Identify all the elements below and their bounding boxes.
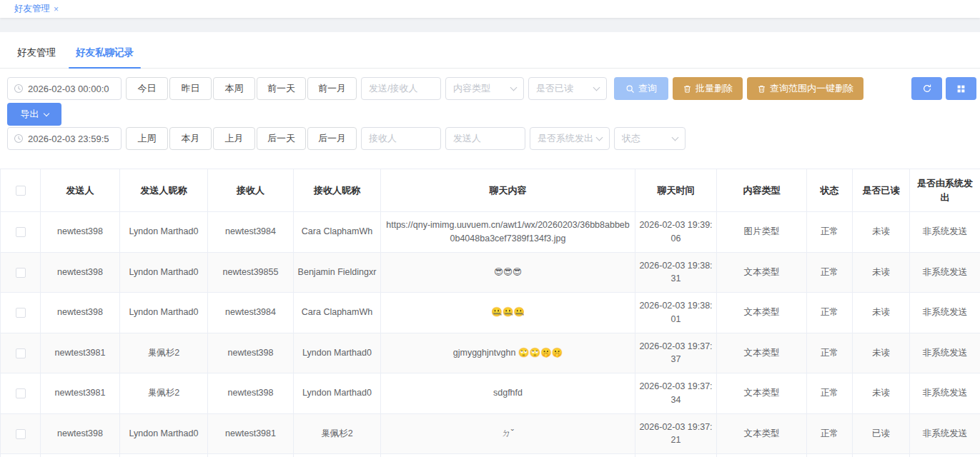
previous-day-button[interactable]: 前一天 [257,77,306,100]
cell-chat-content: https://qny-imimg.uuvuem.cn/awt1/wx/2026… [381,212,635,253]
status-placeholder: 状态 [622,132,640,145]
content-type-select[interactable]: 内容类型 [445,77,524,100]
cell-status: 正常 [807,212,853,253]
cell-status: 正常 [807,373,853,414]
status-select[interactable]: 状态 [614,127,685,150]
table-row[interactable]: newtest398 Lyndon Marthad0 newtest3981 巢… [1,413,980,454]
refresh-button[interactable] [911,77,942,100]
is-read-select[interactable]: 是否已读 [528,77,607,100]
yesterday-button[interactable]: 昨日 [169,77,212,100]
cell-chat-time: 2026-02-03 19:37:37 [635,333,717,373]
cell-receiver: newtest3981 [208,454,294,457]
tab-friend-management[interactable]: 好友管理 [7,42,66,68]
cell-receiver: newtest3984 [208,212,294,253]
chevron-down-icon [593,84,600,91]
receiver-input[interactable]: 接收人 [361,127,441,150]
cell-is-read: 未读 [853,373,910,414]
cell-sender-nickname: 巢佩杉2 [120,333,208,373]
this-week-button[interactable]: 本周 [213,77,255,100]
this-month-button[interactable]: 本月 [169,127,212,150]
cell-chat-time: 2026-02-03 19:38:31 [635,252,717,293]
cell-content-type: 文本类型 [717,252,807,293]
row-checkbox[interactable] [16,268,26,278]
table-row[interactable]: newtest398 Lyndon Marthad0 newtest39855 … [1,252,980,293]
cell-is-read: 未读 [853,333,910,373]
page-background-strip [0,18,980,32]
cell-sender-nickname: 巢佩杉2 [120,373,208,414]
table-row[interactable]: newtest398 Lyndon Marthad0 newtest3984 C… [1,212,980,253]
last-month-button[interactable]: 上月 [213,127,255,150]
grid-icon [956,84,966,94]
cell-receiver-nickname: 巢佩杉2 [294,413,381,454]
clock-icon [14,84,24,94]
cell-status: 正常 [807,293,853,333]
cell-content-type: 文本类型 [717,373,807,414]
cell-status: 正常 [807,454,853,457]
range-delete-button[interactable]: 查询范围内一键删除 [747,77,863,100]
trash-icon [683,84,692,94]
cell-is-read: 未读 [853,212,910,253]
today-button[interactable]: 今日 [126,77,168,100]
sender-or-receiver-input[interactable]: 发送/接收人 [361,77,441,100]
cell-sender-nickname: Lyndon Marthad0 [120,293,208,333]
cell-chat-content: 🤐🤐🤐 [381,293,635,333]
export-button[interactable]: 导出 [7,103,61,126]
cell-chat-time: 2026-02-03 19:39:06 [635,212,717,253]
cell-is-read: 未读 [853,252,910,293]
sender-input[interactable]: 发送人 [445,127,525,150]
row-checkbox[interactable] [16,348,26,358]
cell-receiver-nickname: Benjamin Fieldingxr [294,252,381,293]
cell-is-read: 未读 [853,454,910,457]
select-all-checkbox[interactable] [16,186,26,196]
cell-chat-time: 2026-02-03 19:37:21 [635,413,717,454]
previous-month-button[interactable]: 前一月 [307,77,357,100]
table-row[interactable]: newtest3981 巢佩杉2 newtest398 Lyndon Marth… [1,333,980,373]
column-settings-button[interactable] [946,77,976,100]
chat-records-table: 发送人 发送人昵称 接收人 接收人昵称 聊天内容 聊天时间 内容类型 状态 是否… [0,169,980,457]
search-button[interactable]: 查询 [614,77,668,100]
cell-receiver-nickname: 巢佩杉2 [294,454,381,457]
table-row[interactable]: newtest3981 巢佩杉2 newtest398 Lyndon Marth… [1,373,980,414]
cell-chat-content: gjmygghjntvghn 🙄🙄🤫🤫 [381,333,635,373]
tabs-bar: 好友管理 好友私聊记录 [0,32,980,69]
filter-row-1: 2026-02-03 00:00:0 今日 昨日 本周 前一天 前一月 发送/接… [0,77,980,100]
cell-sender-nickname: Lyndon Marthad0 [120,252,208,293]
row-checkbox[interactable] [16,429,26,439]
clock-icon [14,134,24,144]
table-row[interactable]: newtest398 Lyndon Marthad0 newtest3984 C… [1,293,980,333]
table-header-row: 发送人 发送人昵称 接收人 接收人昵称 聊天内容 聊天时间 内容类型 状态 是否… [1,169,980,212]
chevron-down-icon [510,84,518,91]
cell-sender-nickname: Lyndon Marthad0 [120,413,208,454]
cell-content-type: 图片类型 [717,212,807,253]
cell-is-system-sent: 非系统发送 [910,333,980,373]
header-receiver: 接收人 [208,169,294,212]
row-checkbox[interactable] [16,388,26,398]
header-is-read: 是否已读 [853,169,910,212]
last-week-button[interactable]: 上周 [126,127,168,150]
header-content-type: 内容类型 [717,169,807,212]
batch-delete-button[interactable]: 批量删除 [673,77,743,100]
cell-is-system-sent: 非系统发送 [910,413,980,454]
next-month-button[interactable]: 后一月 [307,127,357,150]
trash-icon [757,84,766,94]
cell-sender: newtest3981 [41,373,120,414]
cell-chat-content: ㄉˇ [381,413,635,454]
refresh-icon [922,84,932,94]
header-receiver-nickname: 接收人昵称 [294,169,381,212]
start-time-input[interactable]: 2026-02-03 00:00:0 [7,77,122,100]
cell-content-type: 文本类型 [717,454,807,457]
end-time-input[interactable]: 2026-02-03 23:59:5 [7,127,122,150]
batch-delete-label: 批量删除 [696,82,733,95]
cell-sender-nickname: Winifred Stone2 [120,454,208,457]
row-checkbox[interactable] [16,308,26,318]
row-checkbox[interactable] [16,227,26,237]
tab-friend-private-chat-records[interactable]: 好友私聊记录 [66,42,144,68]
is-system-sent-select[interactable]: 是否系统发出 [530,127,610,150]
table-tools [911,77,976,100]
window-tab-friend-management[interactable]: 好友管理 × [14,3,59,15]
next-day-button[interactable]: 后一天 [257,127,306,150]
header-is-system-sent: 是否由系统发出 [910,169,980,212]
table-row[interactable]: newtest3983 Winifred Stone2 newtest3981 … [1,454,980,457]
cell-status: 正常 [807,413,853,454]
close-icon[interactable]: × [54,4,59,14]
